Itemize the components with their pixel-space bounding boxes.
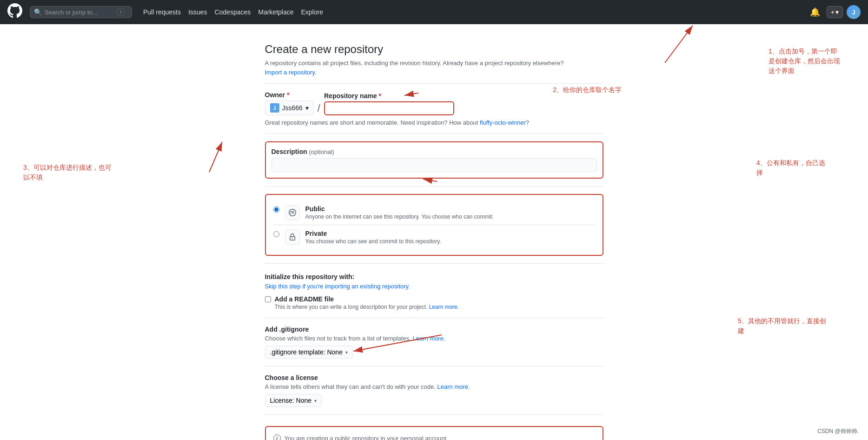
bottom-notice: i You are creating a public repository i… [265, 426, 603, 440]
annotation-4: 4、公有和私有，自己选择 [756, 158, 831, 178]
svg-line-1 [665, 26, 693, 63]
annotation-1: 1、点击加号，第一个即 是创建仓库，然后会出现 这个界面 [769, 47, 840, 76]
visibility-section: Public Anyone on the internet can see th… [265, 194, 603, 256]
readme-learn-link[interactable]: Learn more. [429, 304, 459, 310]
inspiration-text: Great repository names are short and mem… [265, 119, 603, 126]
private-option[interactable]: Private You choose who can see and commi… [273, 225, 595, 249]
license-btn-label: License: None [270, 397, 312, 404]
owner-field-group: Owner * J Jss666 ▾ [265, 91, 314, 115]
nav-codespaces[interactable]: Codespaces [214, 8, 251, 16]
annotation-3: 3、可以对仓库进行描述，也可以不填 [23, 163, 116, 182]
search-input[interactable] [45, 9, 114, 16]
description-section: Description (optional) [265, 141, 603, 179]
github-logo-icon[interactable] [7, 3, 22, 21]
repo-name-input[interactable] [324, 101, 454, 115]
license-title: Choose a license [265, 374, 603, 381]
bell-icon: 🔔 [810, 7, 820, 17]
public-info: Public Anyone on the internet can see th… [305, 205, 494, 220]
plus-caret-icon: ▾ [835, 8, 839, 16]
owner-label: Owner * [265, 91, 314, 99]
nav-pull-requests[interactable]: Pull requests [143, 8, 181, 16]
gitignore-caret-icon: ▾ [345, 350, 348, 355]
repo-name-label: Repository name * [324, 92, 454, 100]
gitignore-btn-label: .gitignore template: None [270, 348, 343, 356]
page-subtitle: A repository contains all project files,… [265, 60, 603, 67]
public-radio[interactable] [273, 207, 279, 213]
notification-button[interactable]: 🔔 [807, 5, 823, 19]
readme-info: Add a README file This is where you can … [275, 295, 459, 310]
search-box[interactable]: 🔍 / [30, 6, 132, 18]
license-section: Choose a license A license tells others … [265, 374, 603, 407]
gitignore-learn-link[interactable]: Learn more. [412, 335, 445, 342]
private-radio[interactable] [273, 231, 279, 237]
license-dropdown[interactable]: License: None ▾ [265, 394, 322, 407]
slash-separator: / [318, 102, 320, 114]
avatar[interactable]: J [847, 5, 861, 19]
public-option[interactable]: Public Anyone on the internet can see th… [273, 200, 595, 225]
navbar: 🔍 / Pull requests Issues Codespaces Mark… [0, 0, 868, 24]
page-title: Create a new repository [265, 43, 603, 56]
owner-select[interactable]: J Jss666 ▾ [265, 100, 314, 115]
gitignore-section: Add .gitignore Choose which files not to… [265, 326, 603, 359]
nav-marketplace[interactable]: Marketplace [258, 8, 293, 16]
notice-text: You are creating a public repository in … [285, 435, 448, 440]
notice-row: i You are creating a public repository i… [273, 434, 595, 440]
private-icon [285, 230, 300, 245]
plus-icon: + [831, 8, 835, 16]
private-info: Private You choose who can see and commi… [305, 230, 441, 245]
info-icon: i [273, 434, 281, 440]
create-new-button[interactable]: + ▾ [827, 6, 843, 18]
readme-checkbox[interactable] [265, 296, 271, 302]
nav-links: Pull requests Issues Codespaces Marketpl… [143, 8, 323, 16]
init-section: Initialize this repository with: Skip th… [265, 273, 603, 310]
description-label: Description (optional) [272, 148, 597, 155]
owner-caret-icon: ▾ [305, 104, 309, 112]
navbar-right: 🔔 + ▾ J [807, 5, 861, 19]
search-icon: 🔍 [34, 8, 42, 16]
gitignore-desc: Choose which files not to track from a l… [265, 335, 603, 342]
main-content: Create a new repository A repository con… [258, 43, 611, 440]
footer-credit: CSDN @帅帅帅. [817, 427, 859, 435]
svg-line-3 [209, 142, 222, 172]
repo-name-field-group: Repository name * [324, 92, 454, 115]
owner-repo-row: Owner * J Jss666 ▾ / Repository name * [265, 91, 603, 115]
license-caret-icon: ▾ [314, 398, 317, 403]
import-link[interactable]: Import a repository. [265, 69, 317, 76]
nav-explore[interactable]: Explore [301, 8, 323, 16]
description-input[interactable] [272, 158, 597, 172]
skip-link[interactable]: Skip this step if you're importing an ex… [265, 283, 410, 290]
owner-name: Jss666 [282, 104, 303, 112]
license-learn-link[interactable]: Learn more. [437, 383, 470, 390]
annotation-5: 5、其他的不用管就行，直接创建 [738, 316, 831, 336]
suggestion-link[interactable]: fluffy-octo-winner [480, 119, 526, 126]
search-shortcut: / [117, 8, 124, 16]
public-icon [285, 205, 300, 220]
init-title: Initialize this repository with: [265, 273, 603, 280]
license-desc: A license tells others what they can and… [265, 383, 603, 390]
gitignore-dropdown[interactable]: .gitignore template: None ▾ [265, 346, 353, 359]
gitignore-title: Add .gitignore [265, 326, 603, 333]
owner-avatar-icon: J [270, 103, 279, 113]
readme-row: Add a README file This is where you can … [265, 295, 603, 310]
nav-issues[interactable]: Issues [188, 8, 207, 16]
